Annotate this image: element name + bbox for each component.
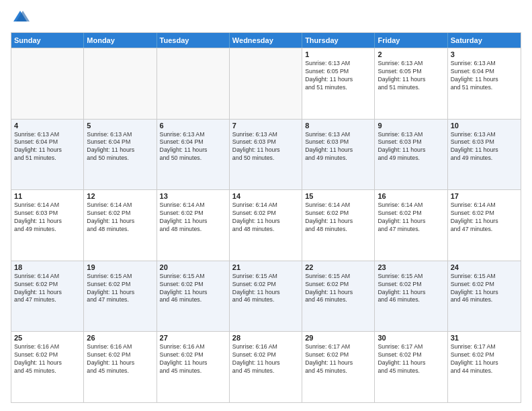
day-number: 23: [378, 263, 444, 271]
day-number: 16: [378, 192, 444, 200]
day-info: Sunrise: 6:14 AM Sunset: 6:02 PM Dayligh…: [305, 201, 371, 234]
day-info: Sunrise: 6:16 AM Sunset: 6:02 PM Dayligh…: [232, 343, 299, 375]
day-number: 11: [14, 192, 81, 200]
calendar-cell: 14Sunrise: 6:14 AM Sunset: 6:02 PM Dayli…: [230, 190, 302, 261]
calendar-cell: 13Sunrise: 6:14 AM Sunset: 6:02 PM Dayli…: [157, 190, 230, 261]
calendar: SundayMondayTuesdayWednesdayThursdayFrid…: [11, 32, 521, 403]
day-info: Sunrise: 6:16 AM Sunset: 6:02 PM Dayligh…: [160, 343, 226, 375]
day-info: Sunrise: 6:15 AM Sunset: 6:02 PM Dayligh…: [451, 273, 518, 305]
day-info: Sunrise: 6:13 AM Sunset: 6:05 PM Dayligh…: [378, 60, 444, 92]
calendar-cell: 29Sunrise: 6:17 AM Sunset: 6:02 PM Dayli…: [302, 332, 375, 402]
calendar-row-5: 25Sunrise: 6:16 AM Sunset: 6:02 PM Dayli…: [11, 331, 521, 402]
day-number: 24: [451, 263, 518, 271]
day-number: 17: [451, 192, 518, 200]
day-number: 2: [378, 50, 444, 58]
calendar-cell: 22Sunrise: 6:15 AM Sunset: 6:02 PM Dayli…: [302, 261, 375, 332]
day-number: 29: [305, 334, 371, 342]
calendar-cell: [11, 48, 84, 119]
day-info: Sunrise: 6:15 AM Sunset: 6:02 PM Dayligh…: [305, 273, 371, 305]
logo-icon: [11, 8, 30, 27]
day-info: Sunrise: 6:13 AM Sunset: 6:03 PM Dayligh…: [451, 131, 518, 163]
day-number: 15: [305, 192, 371, 200]
calendar-cell: 8Sunrise: 6:13 AM Sunset: 6:03 PM Daylig…: [302, 120, 375, 190]
day-number: 26: [87, 334, 153, 342]
day-number: 5: [87, 122, 153, 130]
day-info: Sunrise: 6:17 AM Sunset: 6:02 PM Dayligh…: [305, 343, 371, 375]
header-day-monday: Monday: [84, 33, 157, 48]
calendar-cell: 11Sunrise: 6:14 AM Sunset: 6:03 PM Dayli…: [11, 190, 84, 261]
header-day-tuesday: Tuesday: [157, 33, 230, 48]
calendar-cell: 23Sunrise: 6:15 AM Sunset: 6:02 PM Dayli…: [375, 261, 447, 332]
calendar-cell: [84, 48, 157, 119]
calendar-row-4: 18Sunrise: 6:14 AM Sunset: 6:02 PM Dayli…: [11, 261, 521, 332]
calendar-cell: [157, 48, 230, 119]
day-number: 8: [305, 122, 371, 130]
day-info: Sunrise: 6:13 AM Sunset: 6:05 PM Dayligh…: [305, 60, 371, 92]
day-info: Sunrise: 6:13 AM Sunset: 6:04 PM Dayligh…: [14, 131, 81, 163]
day-info: Sunrise: 6:14 AM Sunset: 6:02 PM Dayligh…: [87, 201, 153, 234]
day-info: Sunrise: 6:15 AM Sunset: 6:02 PM Dayligh…: [232, 273, 299, 305]
day-number: 12: [87, 192, 153, 200]
logo: [11, 8, 32, 27]
day-info: Sunrise: 6:13 AM Sunset: 6:04 PM Dayligh…: [160, 131, 226, 163]
day-number: 28: [232, 334, 299, 342]
calendar-body: 1Sunrise: 6:13 AM Sunset: 6:05 PM Daylig…: [11, 48, 521, 402]
calendar-cell: 28Sunrise: 6:16 AM Sunset: 6:02 PM Dayli…: [230, 332, 302, 402]
day-number: 22: [305, 263, 371, 271]
header: [11, 8, 521, 27]
day-info: Sunrise: 6:16 AM Sunset: 6:02 PM Dayligh…: [14, 343, 81, 375]
calendar-cell: 21Sunrise: 6:15 AM Sunset: 6:02 PM Dayli…: [230, 261, 302, 332]
calendar-cell: 9Sunrise: 6:13 AM Sunset: 6:03 PM Daylig…: [375, 120, 447, 190]
calendar-cell: 15Sunrise: 6:14 AM Sunset: 6:02 PM Dayli…: [302, 190, 375, 261]
calendar-cell: 25Sunrise: 6:16 AM Sunset: 6:02 PM Dayli…: [11, 332, 84, 402]
day-number: 4: [14, 122, 81, 130]
day-info: Sunrise: 6:14 AM Sunset: 6:02 PM Dayligh…: [14, 273, 81, 305]
day-number: 6: [160, 122, 226, 130]
calendar-row-2: 4Sunrise: 6:13 AM Sunset: 6:04 PM Daylig…: [11, 119, 521, 190]
day-info: Sunrise: 6:17 AM Sunset: 6:02 PM Dayligh…: [378, 343, 444, 375]
calendar-cell: 16Sunrise: 6:14 AM Sunset: 6:02 PM Dayli…: [375, 190, 447, 261]
day-info: Sunrise: 6:14 AM Sunset: 6:02 PM Dayligh…: [378, 201, 444, 234]
day-info: Sunrise: 6:13 AM Sunset: 6:04 PM Dayligh…: [451, 60, 518, 92]
day-number: 27: [160, 334, 226, 342]
calendar-header: SundayMondayTuesdayWednesdayThursdayFrid…: [11, 33, 521, 48]
day-number: 7: [232, 122, 299, 130]
calendar-cell: 24Sunrise: 6:15 AM Sunset: 6:02 PM Dayli…: [448, 261, 521, 332]
calendar-cell: 12Sunrise: 6:14 AM Sunset: 6:02 PM Dayli…: [84, 190, 157, 261]
calendar-cell: 18Sunrise: 6:14 AM Sunset: 6:02 PM Dayli…: [11, 261, 84, 332]
day-info: Sunrise: 6:15 AM Sunset: 6:02 PM Dayligh…: [160, 273, 226, 305]
calendar-cell: 26Sunrise: 6:16 AM Sunset: 6:02 PM Dayli…: [84, 332, 157, 402]
day-number: 10: [451, 122, 518, 130]
day-number: 25: [14, 334, 81, 342]
day-number: 18: [14, 263, 81, 271]
day-number: 3: [451, 50, 518, 58]
calendar-cell: 7Sunrise: 6:13 AM Sunset: 6:03 PM Daylig…: [230, 120, 302, 190]
calendar-cell: 3Sunrise: 6:13 AM Sunset: 6:04 PM Daylig…: [448, 48, 521, 119]
calendar-row-1: 1Sunrise: 6:13 AM Sunset: 6:05 PM Daylig…: [11, 48, 521, 119]
day-info: Sunrise: 6:17 AM Sunset: 6:02 PM Dayligh…: [451, 343, 518, 375]
calendar-cell: 6Sunrise: 6:13 AM Sunset: 6:04 PM Daylig…: [157, 120, 230, 190]
day-number: 19: [87, 263, 153, 271]
calendar-cell: 1Sunrise: 6:13 AM Sunset: 6:05 PM Daylig…: [302, 48, 375, 119]
header-day-wednesday: Wednesday: [230, 33, 302, 48]
calendar-cell: 5Sunrise: 6:13 AM Sunset: 6:04 PM Daylig…: [84, 120, 157, 190]
day-info: Sunrise: 6:13 AM Sunset: 6:03 PM Dayligh…: [305, 131, 371, 163]
day-info: Sunrise: 6:13 AM Sunset: 6:03 PM Dayligh…: [378, 131, 444, 163]
day-number: 1: [305, 50, 371, 58]
day-info: Sunrise: 6:14 AM Sunset: 6:02 PM Dayligh…: [160, 201, 226, 234]
calendar-cell: 20Sunrise: 6:15 AM Sunset: 6:02 PM Dayli…: [157, 261, 230, 332]
day-number: 14: [232, 192, 299, 200]
header-day-thursday: Thursday: [302, 33, 375, 48]
calendar-cell: 17Sunrise: 6:14 AM Sunset: 6:02 PM Dayli…: [448, 190, 521, 261]
day-info: Sunrise: 6:16 AM Sunset: 6:02 PM Dayligh…: [87, 343, 153, 375]
day-number: 20: [160, 263, 226, 271]
day-info: Sunrise: 6:15 AM Sunset: 6:02 PM Dayligh…: [87, 273, 153, 305]
day-number: 13: [160, 192, 226, 200]
calendar-row-3: 11Sunrise: 6:14 AM Sunset: 6:03 PM Dayli…: [11, 189, 521, 261]
header-day-saturday: Saturday: [448, 33, 521, 48]
calendar-cell: 2Sunrise: 6:13 AM Sunset: 6:05 PM Daylig…: [375, 48, 447, 119]
day-info: Sunrise: 6:13 AM Sunset: 6:03 PM Dayligh…: [232, 131, 299, 163]
day-info: Sunrise: 6:13 AM Sunset: 6:04 PM Dayligh…: [87, 131, 153, 163]
day-number: 31: [451, 334, 518, 342]
page: SundayMondayTuesdayWednesdayThursdayFrid…: [0, 0, 532, 411]
